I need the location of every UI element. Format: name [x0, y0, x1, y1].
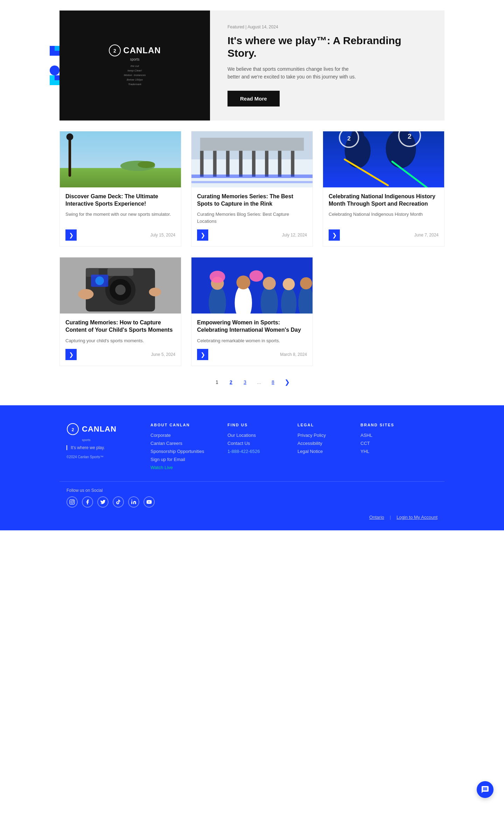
footer-brand-sites: BRAND SITES ASHL CCT YHL: [360, 423, 416, 473]
footer-link-sponsorship[interactable]: Sponsorship Opportunities: [150, 449, 220, 454]
svg-rect-0: [50, 46, 55, 51]
footer-logo: 2 CANLAN: [66, 423, 144, 435]
card-empty: [323, 257, 444, 366]
svg-point-57: [237, 276, 251, 290]
twitter-icon[interactable]: [97, 496, 108, 508]
svg-rect-14: [69, 138, 71, 177]
featured-image: 2 CANLAN sports the cutkeep Clear!Motion…: [59, 11, 210, 121]
svg-rect-4: [50, 66, 59, 75]
read-more-button[interactable]: Read More: [227, 91, 280, 106]
footer-link-watch[interactable]: Watch Live: [150, 465, 220, 470]
footer-legal: LEGAL Privacy Policy Accessibility Legal…: [298, 423, 354, 473]
featured-label: Featured | August 14, 2024: [227, 25, 427, 29]
footer-link-contact[interactable]: Contact Us: [227, 441, 290, 446]
card-image-camera: [60, 257, 181, 314]
footer-link-locations[interactable]: Our Locations: [227, 433, 290, 438]
svg-text:2: 2: [72, 427, 74, 432]
card-arrow-womens-day[interactable]: ❯: [197, 349, 208, 360]
featured-description: We believe that sports communities chang…: [227, 65, 360, 81]
svg-rect-30: [323, 131, 444, 187]
page-dots: ...: [253, 377, 265, 388]
svg-rect-18: [200, 151, 204, 177]
svg-rect-25: [291, 151, 294, 177]
svg-rect-24: [278, 151, 281, 177]
footer-tagline: It's where we play.: [66, 445, 144, 450]
instagram-icon[interactable]: [66, 496, 78, 508]
footer-link-signup[interactable]: Sign up for Email: [150, 457, 220, 462]
svg-rect-11: [60, 168, 181, 187]
page-2[interactable]: 2: [225, 377, 237, 388]
svg-rect-5: [50, 75, 55, 80]
page-next[interactable]: ❯: [281, 377, 293, 388]
footer-find-heading: FIND US: [227, 423, 290, 427]
svg-rect-2: [50, 51, 55, 56]
card-date-womens-day: March 8, 2024: [280, 352, 307, 357]
svg-point-71: [73, 501, 74, 501]
svg-point-61: [283, 278, 295, 290]
card-footer-game-deck: ❯ July 15, 2024: [65, 229, 175, 241]
footer-social: Follow us on Social: [59, 481, 444, 508]
card-footer-indigenous: ❯ June 7, 2024: [329, 229, 439, 241]
footer-link-cct[interactable]: CCT: [360, 441, 416, 446]
svg-point-48: [78, 289, 93, 300]
svg-point-72: [131, 500, 132, 501]
footer-about: ABOUT CANLAN Corporate Canlan Careers Sp…: [150, 423, 220, 473]
featured-content: Featured | August 14, 2024 It's where we…: [210, 11, 444, 121]
svg-text:2: 2: [408, 132, 412, 140]
svg-rect-27: [191, 181, 313, 183]
card-footer-memories-rink: ❯ July 12, 2024: [197, 229, 307, 241]
svg-point-65: [250, 270, 264, 282]
footer-link-accessibility[interactable]: Accessibility: [298, 441, 354, 446]
card-arrow-indigenous[interactable]: ❯: [329, 229, 340, 241]
svg-point-59: [263, 277, 276, 290]
card-memories-rink: Curating Memories Series: The Best Spots…: [191, 131, 313, 247]
card-body-indigenous: Celebrating National Indigenous History …: [323, 187, 444, 247]
footer-login-link[interactable]: Login to My Account: [397, 515, 438, 520]
card-excerpt-womens-day: Celebrating remarkable women in sports.: [197, 337, 307, 344]
cards-grid-row2: Curating Memories: How to Capture Conten…: [59, 257, 444, 366]
card-womens-day: CANLAN Empowering Women in Sports: Celeb…: [191, 257, 313, 366]
footer-link-privacy[interactable]: Privacy Policy: [298, 433, 354, 438]
svg-rect-20: [226, 151, 230, 177]
svg-point-64: [210, 271, 225, 283]
svg-point-70: [71, 501, 74, 503]
card-arrow-curating-camera[interactable]: ❯: [65, 349, 77, 360]
page-8[interactable]: 8: [267, 377, 279, 388]
facebook-icon[interactable]: [82, 496, 93, 508]
svg-point-63: [300, 277, 312, 290]
footer-find: FIND US Our Locations Contact Us 1-888-4…: [227, 423, 290, 473]
footer-bottom: Ontario | Login to My Account: [59, 515, 444, 520]
pagination: 1 2 3 ... 8 ❯: [59, 377, 444, 388]
linkedin-icon[interactable]: [128, 496, 139, 508]
svg-point-49: [149, 288, 161, 297]
svg-rect-23: [265, 151, 268, 177]
card-title-indigenous: Celebrating National Indigenous History …: [329, 193, 439, 208]
card-date-indigenous: June 7, 2024: [414, 233, 439, 238]
footer-phone[interactable]: 1-888-422-6526: [227, 449, 290, 454]
youtube-icon[interactable]: [144, 496, 155, 508]
card-arrow-memories-rink[interactable]: ❯: [197, 229, 208, 241]
footer-link-ashl[interactable]: ASHL: [360, 433, 416, 438]
footer-link-yhl[interactable]: YHL: [360, 449, 416, 454]
card-indigenous: 2 2 Celebrating National Indigenous Hist…: [323, 131, 444, 247]
svg-point-45: [115, 285, 126, 295]
card-arrow-game-deck[interactable]: ❯: [65, 229, 77, 241]
svg-rect-1: [55, 46, 59, 51]
svg-rect-7: [50, 80, 59, 85]
card-game-deck: Discover Game Deck: The Ultimate Interac…: [59, 131, 181, 247]
tiktok-icon[interactable]: [113, 496, 124, 508]
footer-follow-label: Follow us on Social: [66, 488, 438, 493]
page-1[interactable]: 1: [211, 377, 223, 388]
svg-rect-6: [55, 75, 59, 80]
footer-brand-sites-heading: BRAND SITES: [360, 423, 416, 427]
footer-link-legal-notice[interactable]: Legal Notice: [298, 449, 354, 454]
card-body-game-deck: Discover Game Deck: The Ultimate Interac…: [60, 187, 181, 247]
footer-region-link[interactable]: Ontario: [369, 515, 384, 520]
footer-link-careers[interactable]: Canlan Careers: [150, 441, 220, 446]
footer-inner: 2 CANLAN sports It's where we play. ©202…: [59, 423, 444, 473]
footer-legal-heading: LEGAL: [298, 423, 354, 427]
card-body-curating-camera: Curating Memories: How to Capture Conten…: [60, 314, 181, 366]
footer-link-corporate[interactable]: Corporate: [150, 433, 220, 438]
page-3[interactable]: 3: [239, 377, 251, 388]
svg-rect-28: [200, 138, 304, 151]
